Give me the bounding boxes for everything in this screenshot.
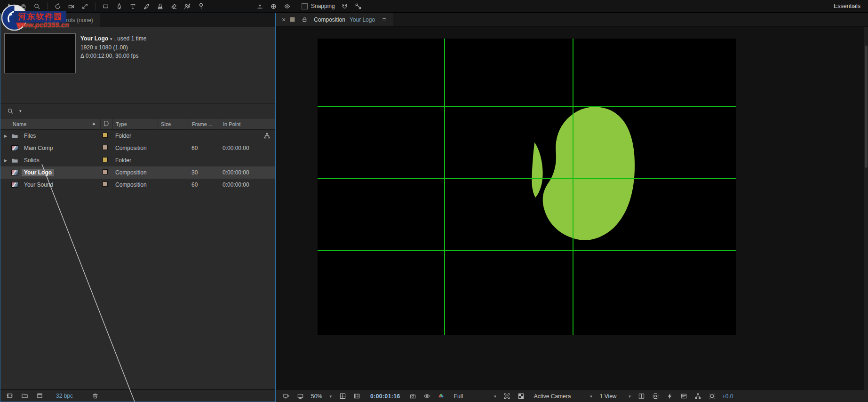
flowchart-view-icon[interactable] bbox=[693, 392, 703, 401]
unified-camera-tool-icon[interactable] bbox=[64, 0, 78, 12]
scrollbar-thumb[interactable] bbox=[865, 46, 868, 168]
composition-footer: 50% ▾ 0:00:01:16 Full ▾ Active Camera ▾ … bbox=[276, 390, 868, 402]
world-axis-mode-icon[interactable] bbox=[267, 0, 280, 12]
label-color-swatch[interactable] bbox=[103, 169, 108, 174]
selection-tool-icon[interactable] bbox=[3, 0, 16, 12]
share-view-icon[interactable] bbox=[637, 392, 647, 401]
logo-shape bbox=[513, 106, 640, 247]
column-label-color[interactable] bbox=[100, 118, 112, 129]
search-input[interactable] bbox=[25, 108, 271, 114]
tool-group-draw bbox=[99, 0, 208, 12]
tab-project[interactable]: Project bbox=[0, 13, 31, 27]
type-tool-icon[interactable] bbox=[126, 0, 140, 12]
project-rows: ▶FilesFolderMain CompComposition600:00:0… bbox=[0, 130, 275, 389]
tool-group-camera bbox=[51, 0, 92, 12]
vertical-scrollbar[interactable] bbox=[864, 27, 868, 390]
magnification-dropdown[interactable]: 50% ▾ bbox=[309, 393, 334, 400]
camera-dropdown[interactable]: Active Camera ▾ bbox=[532, 393, 594, 400]
interpret-footage-icon[interactable] bbox=[4, 391, 15, 401]
delete-icon[interactable] bbox=[90, 391, 100, 401]
snapshot-icon[interactable] bbox=[408, 392, 418, 401]
chevron-down-icon[interactable]: ▾ bbox=[110, 37, 112, 41]
tab-effect-controls[interactable]: Effect Controls (none) bbox=[32, 13, 100, 27]
current-time[interactable]: 0:00:01:16 bbox=[370, 393, 400, 400]
composition-tabbar: × Composition Your Logo ≡ bbox=[276, 13, 868, 27]
snap-layers-icon[interactable] bbox=[351, 0, 365, 12]
region-of-interest-icon[interactable] bbox=[502, 392, 512, 401]
project-row-main-comp[interactable]: Main CompComposition600:00:00:00 bbox=[0, 142, 275, 154]
channels-icon[interactable] bbox=[436, 392, 446, 401]
resolution-value: Full bbox=[454, 393, 463, 400]
grid-options-icon[interactable] bbox=[337, 392, 348, 401]
item-name: Files bbox=[22, 132, 38, 140]
view-layout-dropdown[interactable]: 1 View ▾ bbox=[598, 393, 633, 400]
search-icon[interactable] bbox=[5, 106, 16, 116]
new-folder-icon[interactable] bbox=[19, 391, 30, 401]
show-snapshot-icon[interactable] bbox=[422, 392, 432, 401]
pan-behind-tool-icon[interactable] bbox=[78, 0, 92, 12]
item-type: Composition bbox=[112, 181, 158, 188]
primary-viewer-icon[interactable] bbox=[295, 392, 305, 401]
eraser-tool-icon[interactable] bbox=[167, 0, 181, 12]
view-axis-mode-icon[interactable] bbox=[280, 0, 294, 12]
label-color-swatch[interactable] bbox=[103, 157, 108, 162]
brush-tool-icon[interactable] bbox=[140, 0, 153, 12]
project-flowchart-icon[interactable] bbox=[263, 132, 271, 141]
fast-previews-icon[interactable] bbox=[665, 392, 675, 401]
footage-usage: , used 1 time bbox=[114, 35, 147, 42]
item-name: Solids bbox=[22, 157, 42, 164]
snapping-control: Snapping bbox=[302, 3, 335, 9]
project-row-solids[interactable]: ▶SolidsFolder bbox=[0, 154, 275, 166]
item-in-point: 0:00:00:00 bbox=[220, 181, 269, 188]
clone-stamp-tool-icon[interactable] bbox=[153, 0, 167, 12]
project-row-files[interactable]: ▶FilesFolder bbox=[0, 130, 275, 142]
column-frame[interactable]: Frame ... bbox=[189, 118, 220, 129]
bit-depth-button[interactable]: 32 bpc bbox=[56, 393, 73, 399]
footage-info: Your Logo▾, used 1 time 1920 x 1080 (1.0… bbox=[80, 33, 146, 83]
roto-brush-tool-icon[interactable] bbox=[181, 0, 194, 12]
resolution-dropdown[interactable]: Full ▾ bbox=[452, 393, 498, 400]
puppet-pin-tool-icon[interactable] bbox=[194, 0, 208, 12]
panel-menu-icon[interactable]: ≡ bbox=[382, 16, 386, 24]
project-row-your-sound[interactable]: Your SoundComposition600:00:00:00 bbox=[0, 179, 275, 191]
label-color-swatch[interactable] bbox=[103, 145, 108, 150]
label-color-icon bbox=[103, 120, 110, 128]
sort-ascending-icon[interactable] bbox=[90, 120, 97, 127]
footage-dimensions: 1920 x 1080 (1.00) bbox=[80, 43, 146, 52]
new-composition-icon[interactable] bbox=[34, 391, 45, 401]
reset-exposure-icon[interactable] bbox=[707, 392, 717, 401]
lock-icon[interactable] bbox=[299, 15, 310, 24]
project-row-your-logo[interactable]: Your LogoComposition300:00:00:00 bbox=[0, 166, 275, 179]
column-type[interactable]: Type bbox=[112, 118, 158, 129]
chevron-down-icon: ▾ bbox=[629, 394, 631, 399]
view-layout-value: 1 View bbox=[600, 393, 617, 400]
column-name[interactable]: Name bbox=[0, 118, 100, 129]
hand-tool-icon[interactable] bbox=[16, 0, 30, 12]
expander-icon[interactable]: ▶ bbox=[4, 158, 11, 163]
exposure-value[interactable]: +0.0 bbox=[722, 393, 733, 400]
workspace-label[interactable]: Essentials bbox=[834, 3, 860, 9]
pen-tool-icon[interactable] bbox=[112, 0, 126, 12]
transparency-grid-icon[interactable] bbox=[516, 392, 526, 401]
column-size[interactable]: Size bbox=[158, 118, 189, 129]
zoom-tool-icon[interactable] bbox=[30, 0, 44, 12]
rectangle-tool-icon[interactable] bbox=[99, 0, 112, 12]
search-options-caret-icon[interactable]: ▾ bbox=[19, 109, 22, 113]
snapping-checkbox[interactable] bbox=[302, 3, 308, 9]
close-icon[interactable]: × bbox=[282, 16, 286, 24]
always-preview-icon[interactable] bbox=[281, 392, 291, 401]
local-axis-mode-icon[interactable] bbox=[253, 0, 267, 12]
pixel-aspect-icon[interactable] bbox=[651, 392, 661, 401]
label-color-swatch[interactable] bbox=[103, 181, 108, 187]
column-in-point[interactable]: In Point bbox=[220, 118, 269, 129]
timeline-icon[interactable] bbox=[679, 392, 689, 401]
grid-line-horizontal bbox=[318, 178, 736, 179]
rotation-tool-icon[interactable] bbox=[51, 0, 64, 12]
mask-visibility-icon[interactable] bbox=[351, 392, 362, 401]
folder-icon bbox=[11, 133, 22, 140]
snap-features-icon[interactable] bbox=[338, 0, 351, 12]
tab-composition[interactable]: × Composition Your Logo ≡ bbox=[276, 13, 393, 26]
label-color-swatch[interactable] bbox=[103, 133, 108, 138]
expander-icon[interactable]: ▶ bbox=[4, 134, 11, 138]
comp-viewport[interactable] bbox=[318, 39, 736, 335]
